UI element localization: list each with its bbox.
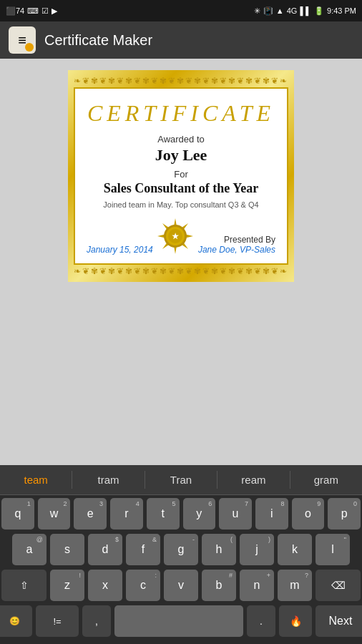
suggestion-4[interactable]: gram (290, 471, 362, 489)
signal-bars: ▌▌ (300, 6, 311, 15)
time: 9:43 PM (327, 6, 356, 15)
bottom-ornament: ❧❦✾❦✾❦✾❦✾❦✾❦✾❦✾❦✾❦✾❦✾❦✾❦❧ (74, 266, 288, 276)
key-q[interactable]: 1q (1, 498, 34, 530)
key-k[interactable]: k (278, 534, 312, 565)
key-f[interactable]: &f (126, 534, 160, 565)
cert-description: Joined team in May. Top consultant Q3 & … (87, 200, 275, 209)
recipient-name: Joy Lee (87, 146, 275, 165)
key-m[interactable]: ?m (278, 570, 312, 601)
suggestion-3[interactable]: ream (217, 471, 290, 489)
suggestion-2[interactable]: Tran (145, 471, 217, 489)
key-n[interactable]: +n (240, 570, 274, 601)
key-o[interactable]: 9o (292, 498, 325, 530)
backspace-key[interactable]: ⌫ (315, 570, 361, 601)
battery-percentage: ⬛74 (6, 6, 24, 16)
keyboard-area: team tram Tran ream gram 1q 2w 3e 4r 5t … (0, 465, 362, 644)
suggestion-0[interactable]: team (0, 471, 72, 489)
certificate-title: CERTIFICATE (87, 100, 275, 127)
status-left: ⬛74 ⌨ ☑ ▶ (6, 6, 57, 16)
certificate-frame: ❧❦✾❦✾❦✾❦✾❦✾❦✾❦✾❦✾❦✾❦✾❦✾❦❧ CERTIFICATE Aw… (68, 70, 294, 282)
vibrate-icon: 📳 (263, 6, 273, 16)
key-b[interactable]: #b (202, 570, 236, 601)
wifi-icon: ▲ (276, 6, 284, 15)
emoji-key[interactable]: 😊 (0, 605, 32, 637)
top-ornament: ❧❦✾❦✾❦✾❦✾❦✾❦✾❦✾❦✾❦✾❦✾❦✾❦❧ (74, 76, 288, 86)
key-row-3: ⇧ !z x :c v #b +n ?m ⌫ (1, 570, 361, 601)
awarded-to-label: Awarded to (87, 134, 275, 145)
next-button[interactable]: Next (315, 605, 362, 637)
key-a[interactable]: @a (12, 534, 47, 565)
key-s[interactable]: s (50, 534, 84, 565)
app-icon-symbol: ≡ (18, 32, 26, 49)
app-title: Certificate Maker (44, 32, 152, 49)
key-x[interactable]: x (88, 570, 122, 601)
key-row-2: @a s $d &f -g (h )j k "l (1, 534, 361, 565)
cert-presenter: Presented By Jane Doe, VP-Sales (198, 235, 275, 255)
award-title: Sales Consultant of the Year (87, 181, 275, 196)
key-row-1: 1q 2w 3e 4r 5t 6y 7u 8i 9o 0p (1, 498, 361, 530)
symbols-key[interactable]: != (36, 605, 79, 637)
space-key[interactable] (114, 605, 243, 637)
key-j[interactable]: )j (240, 534, 274, 565)
suggestions-bar: team tram Tran ream gram (0, 465, 362, 495)
battery-icon: 🔋 (314, 6, 324, 16)
main-content: ❧❦✾❦✾❦✾❦✾❦✾❦✾❦✾❦✾❦✾❦✾❦✾❦❧ CERTIFICATE Aw… (0, 59, 362, 465)
seal-text: ★ (172, 232, 180, 240)
app-icon: ≡ (9, 26, 36, 54)
presenter-name: Jane Doe, VP-Sales (198, 245, 275, 255)
key-l[interactable]: "l (315, 534, 350, 565)
status-bar: ⬛74 ⌨ ☑ ▶ ✳ 📳 ▲ 4G ▌▌ 🔋 9:43 PM (0, 0, 362, 21)
keyboard-rows: 1q 2w 3e 4r 5t 6y 7u 8i 9o 0p @a s $d &f… (0, 495, 362, 644)
key-v[interactable]: v (164, 570, 198, 601)
comma-key[interactable]: , (82, 605, 111, 637)
logo-key[interactable]: 🔥 (279, 605, 312, 637)
key-i[interactable]: 8i (255, 498, 288, 530)
key-z[interactable]: !z (50, 570, 84, 601)
key-d[interactable]: $d (88, 534, 122, 565)
play-icon: ▶ (52, 6, 57, 16)
key-g[interactable]: -g (164, 534, 198, 565)
key-y[interactable]: 6y (183, 498, 216, 530)
checkbox-icon: ☑ (41, 6, 49, 16)
key-e[interactable]: 3e (74, 498, 107, 530)
certificate-inner: CERTIFICATE Awarded to Joy Lee For Sales… (74, 87, 288, 265)
presented-by-label: Presented By (198, 235, 275, 245)
period-key[interactable]: . (247, 605, 275, 637)
key-u[interactable]: 7u (219, 498, 252, 530)
key-w[interactable]: 2w (38, 498, 71, 530)
suggestion-1[interactable]: tram (72, 471, 145, 489)
bluetooth-icon: ✳ (254, 6, 260, 16)
cert-seal: ★ (157, 218, 194, 255)
shift-key[interactable]: ⇧ (1, 570, 47, 601)
status-right: ✳ 📳 ▲ 4G ▌▌ 🔋 9:43 PM (254, 6, 356, 16)
title-bar: ≡ Certificate Maker (0, 21, 362, 59)
key-t[interactable]: 5t (147, 498, 180, 530)
key-r[interactable]: 4r (110, 498, 143, 530)
signal-icon: 4G (287, 6, 298, 15)
key-h[interactable]: (h (202, 534, 236, 565)
for-label: For (87, 169, 275, 180)
cert-bottom-row: January 15, 2014 ★ Presented By Jane Doe… (87, 218, 275, 255)
key-c[interactable]: :c (126, 570, 160, 601)
key-row-4: 😊 != , . 🔥 Next (1, 605, 361, 641)
keyboard-icon: ⌨ (27, 6, 39, 16)
key-p[interactable]: 0p (328, 498, 361, 530)
cert-date: January 15, 2014 (87, 245, 153, 255)
